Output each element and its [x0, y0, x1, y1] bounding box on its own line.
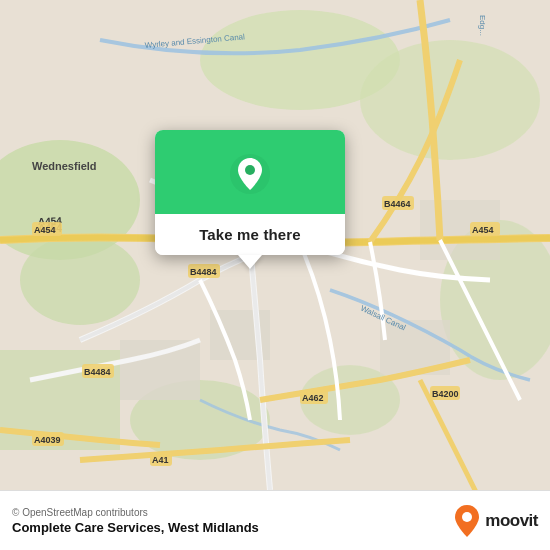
svg-text:A462: A462: [302, 393, 324, 403]
svg-text:Edg...: Edg...: [478, 15, 487, 36]
svg-rect-9: [120, 340, 200, 400]
svg-text:A4039: A4039: [34, 435, 61, 445]
moovit-brand-text: moovit: [485, 511, 538, 531]
svg-text:B4200: B4200: [432, 389, 459, 399]
moovit-pin-icon: [453, 505, 481, 537]
moovit-logo: moovit: [453, 505, 538, 537]
svg-text:B4464: B4464: [384, 199, 411, 209]
popup-arrow: [238, 255, 262, 269]
svg-point-2: [20, 235, 140, 325]
svg-point-5: [360, 40, 540, 160]
popup-card: Take me there: [155, 130, 345, 255]
bottom-info: © OpenStreetMap contributors Complete Ca…: [12, 507, 259, 535]
svg-text:A454: A454: [472, 225, 494, 235]
map-container[interactable]: A454 A454 A454 A454 B4464 B4484 B4484 A4…: [0, 0, 550, 490]
popup-icon-area: [155, 130, 345, 214]
svg-text:A454: A454: [34, 225, 56, 235]
take-me-there-button[interactable]: Take me there: [155, 214, 345, 255]
bottom-bar: © OpenStreetMap contributors Complete Ca…: [0, 490, 550, 550]
location-pin-icon: [228, 152, 272, 196]
svg-text:B4484: B4484: [190, 267, 217, 277]
svg-text:B4484: B4484: [84, 367, 111, 377]
location-text: Complete Care Services, West Midlands: [12, 520, 259, 535]
svg-text:Wednesfield: Wednesfield: [32, 160, 97, 172]
svg-text:A41: A41: [152, 455, 169, 465]
copyright-text: © OpenStreetMap contributors: [12, 507, 259, 518]
svg-point-39: [462, 512, 472, 522]
svg-point-38: [245, 165, 255, 175]
